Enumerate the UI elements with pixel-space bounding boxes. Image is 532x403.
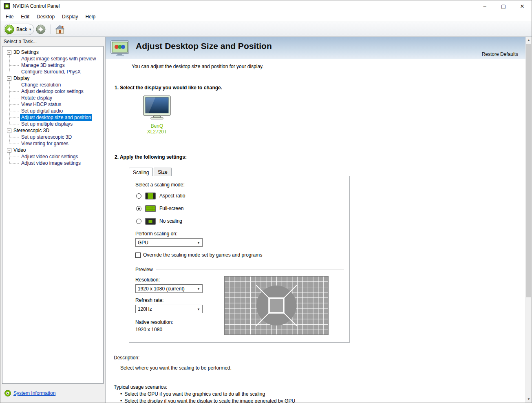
chevron-down-icon[interactable]: ▾ <box>195 307 202 311</box>
scroll-up-icon: ▲ <box>527 38 530 42</box>
sidebar-item-adjust-desktop-size-position[interactable]: Adjust desktop size and position <box>9 114 102 121</box>
radio-button[interactable] <box>136 219 141 224</box>
maximize-button[interactable]: ▢ <box>494 0 513 12</box>
close-icon: ✕ <box>520 3 525 9</box>
menu-display[interactable]: Display <box>58 13 82 21</box>
page-title: Adjust Desktop Size and Position <box>136 41 272 51</box>
group-label: 3D Settings <box>13 49 39 55</box>
scenario-item: • Select the GPU if you want the graphic… <box>120 392 525 397</box>
preview-section-header: Preview <box>135 267 344 272</box>
toolbar-separator <box>51 24 51 34</box>
forward-button[interactable] <box>36 24 46 34</box>
step2-heading: 2. Apply the following settings: <box>115 154 525 160</box>
display-select-item[interactable]: BenQ XL2720T <box>142 95 172 135</box>
back-button[interactable]: Back ▾ <box>4 24 34 35</box>
chevron-down-icon[interactable]: ▾ <box>195 241 202 245</box>
sidebar-item-adjust-desktop-color[interactable]: Adjust desktop color settings <box>9 88 102 95</box>
back-arrow-icon <box>4 24 14 34</box>
perform-scaling-dropdown[interactable]: GPU ▾ <box>135 238 203 247</box>
collapse-icon[interactable]: − <box>7 128 11 133</box>
sidebar-item-set-up-digital-audio[interactable]: Set up digital audio <box>9 108 102 114</box>
forward-arrow-icon <box>36 24 46 34</box>
task-tree: − 3D Settings Adjust image settings with… <box>2 46 104 384</box>
radio-aspect-ratio[interactable]: Aspect ratio <box>136 191 349 200</box>
page-header: Adjust Desktop Size and Position Restore… <box>106 37 525 59</box>
menu-help[interactable]: Help <box>82 13 99 21</box>
sidebar-group-3d-settings[interactable]: − 3D Settings <box>4 49 102 55</box>
sidebar-item-configure-surround-physx[interactable]: Configure Surround, PhysX <box>9 69 102 75</box>
scroll-up-button[interactable]: ▲ <box>526 37 532 44</box>
scrollbar-thumb[interactable] <box>526 44 531 297</box>
sidebar-item-view-hdcp-status[interactable]: View HDCP status <box>9 101 102 108</box>
menu-bar: File Edit Desktop Display Help <box>0 12 532 22</box>
task-sidebar: Select a Task... − 3D Settings Adjust im… <box>0 37 106 403</box>
sidebar-item-rotate-display[interactable]: Rotate display <box>9 95 102 101</box>
divider <box>156 270 344 270</box>
resolution-dropdown[interactable]: 1920 x 1080 (current) ▾ <box>135 284 203 293</box>
nvidia-control-panel-window: NVIDIA Control Panel – ▢ ✕ File Edit Des… <box>0 0 532 403</box>
tab-scaling[interactable]: Scaling <box>129 168 153 176</box>
scaling-preview-image <box>224 276 329 335</box>
radio-button[interactable] <box>136 193 141 199</box>
maximize-icon: ▢ <box>501 3 506 9</box>
override-scaling-checkbox-row[interactable]: Override the scaling mode set by games a… <box>135 252 349 258</box>
settings-tabs: Scaling Size <box>129 168 525 176</box>
bullet-icon: • <box>120 392 122 397</box>
monitor-icon <box>143 95 171 120</box>
perform-scaling-label: Perform scaling on: <box>135 231 349 237</box>
nvidia-logo-icon <box>4 3 10 9</box>
sidebar-item-set-up-multiple-displays[interactable]: Set up multiple displays <box>9 121 102 127</box>
home-button[interactable] <box>55 25 65 34</box>
radio-full-screen[interactable]: Full-screen <box>136 204 349 213</box>
sidebar-group-display[interactable]: − Display <box>4 75 102 82</box>
menu-desktop[interactable]: Desktop <box>33 13 58 21</box>
sidebar-header: Select a Task... <box>0 37 105 46</box>
aspect-ratio-mode-icon <box>145 193 156 199</box>
collapse-icon[interactable]: − <box>7 148 11 153</box>
window-title: NVIDIA Control Panel <box>13 3 60 9</box>
radio-button-checked[interactable] <box>136 206 141 211</box>
menu-file[interactable]: File <box>2 13 17 21</box>
radio-label: Aspect ratio <box>159 193 185 199</box>
page-content: You can adjust the desktop size and posi… <box>106 59 525 403</box>
menu-edit[interactable]: Edit <box>17 13 33 21</box>
sidebar-item-change-resolution[interactable]: Change resolution <box>9 82 102 88</box>
back-dropdown-icon[interactable]: ▾ <box>29 27 31 31</box>
sidebar-item-manage-3d-settings[interactable]: Manage 3D settings <box>9 62 102 69</box>
preview-label: Preview <box>135 267 153 272</box>
minimize-button[interactable]: – <box>475 0 494 12</box>
description-text: Select where you want the scaling to be … <box>120 365 525 371</box>
sidebar-item-view-rating-for-games[interactable]: View rating for games <box>9 140 102 147</box>
dropdown-value: 120Hz <box>136 306 195 312</box>
checkbox[interactable] <box>135 252 141 258</box>
refresh-rate-dropdown[interactable]: 120Hz ▾ <box>135 305 203 313</box>
chevron-down-icon[interactable]: ▾ <box>195 287 202 291</box>
sidebar-item-adjust-video-color[interactable]: Adjust video color settings <box>9 153 102 160</box>
refresh-rate-label: Refresh rate: <box>135 297 224 303</box>
radio-no-scaling[interactable]: No scaling <box>136 217 349 226</box>
sidebar-group-stereoscopic-3d[interactable]: − Stereoscopic 3D <box>4 127 102 134</box>
scenarios-label: Typical usage scenarios: <box>114 384 525 390</box>
group-label: Stereoscopic 3D <box>13 128 49 133</box>
system-information-link[interactable]: System Information <box>13 390 55 396</box>
close-button[interactable]: ✕ <box>513 0 532 12</box>
resolution-label: Resolution: <box>135 277 224 283</box>
vertical-scrollbar[interactable]: ▲ ▼ <box>525 37 532 403</box>
native-resolution-label: Native resolution: <box>135 319 224 325</box>
sidebar-item-set-up-stereoscopic-3d[interactable]: Set up stereoscopic 3D <box>9 134 102 140</box>
sidebar-item-adjust-image-settings[interactable]: Adjust image settings with preview <box>9 55 102 62</box>
collapse-icon[interactable]: − <box>7 50 11 55</box>
system-information-row: System Information <box>0 384 105 403</box>
sidebar-item-adjust-video-image[interactable]: Adjust video image settings <box>9 160 102 166</box>
sidebar-group-video[interactable]: − Video <box>4 147 102 153</box>
restore-defaults-button[interactable]: Restore Defaults <box>482 51 518 57</box>
full-screen-mode-icon <box>145 205 156 212</box>
scroll-down-button[interactable]: ▼ <box>526 396 532 403</box>
tab-size[interactable]: Size <box>154 168 171 176</box>
scroll-down-icon: ▼ <box>527 397 530 401</box>
minimize-icon: – <box>483 3 486 9</box>
collapse-icon[interactable]: − <box>7 76 11 81</box>
radio-label: No scaling <box>159 218 182 224</box>
scrollbar-track[interactable] <box>526 44 532 396</box>
group-label: Display <box>13 75 29 81</box>
